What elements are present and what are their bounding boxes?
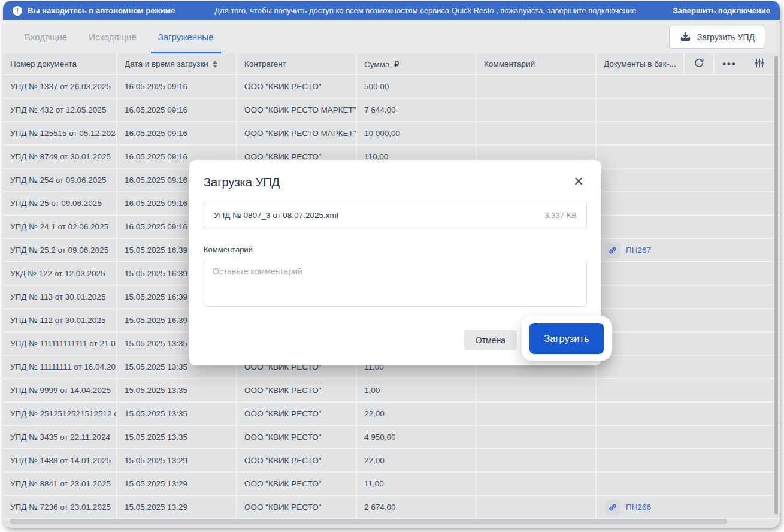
cell-document-number: УПД № 432 от 12.05.2025: [3, 99, 117, 121]
sort-arrows-icon[interactable]: [213, 61, 217, 68]
cell-counterparty: ООО "КВИК РЕСТО": [237, 403, 357, 425]
table-row[interactable]: УПД № 8841 от 23.01.2025 15.05.2025 13:2…: [3, 473, 780, 496]
cell-comment: [477, 473, 597, 495]
more-actions-button[interactable]: •••: [715, 53, 744, 74]
chain-link-icon[interactable]: [605, 243, 620, 258]
modal-title: Загрузка УПД: [204, 174, 587, 190]
cell-amount: 500,00: [357, 75, 477, 98]
cell-amount: 10 000,00: [357, 122, 477, 144]
cell-backoffice-doc: [597, 473, 780, 495]
cell-backoffice-doc: [597, 379, 780, 401]
cell-document-number: УПД № 112 от 30.01.2025: [3, 309, 117, 331]
column-header-counterparty[interactable]: Контрагент: [237, 53, 357, 74]
table-row[interactable]: УПД № 432 от 12.05.2025 16.05.2025 09:16…: [3, 99, 780, 122]
cell-document-number: УПД № 8841 от 23.01.2025: [3, 473, 117, 495]
cell-backoffice-doc: ПН266: [597, 496, 780, 518]
table-row[interactable]: УПД № 7236 от 23.01.2025 15.05.2025 13:2…: [3, 496, 780, 519]
offline-status-text: Вы находитесь в автономном режиме: [28, 6, 175, 15]
cell-document-number: УПД № 1337 от 26.03.2025: [3, 75, 117, 98]
table-row[interactable]: УПД № 1337 от 26.03.2025 16.05.2025 09:1…: [3, 75, 780, 99]
file-size: 3.337 KB: [545, 211, 577, 220]
tab-1[interactable]: Исходящие: [81, 20, 144, 53]
submit-upload-button[interactable]: Загрузить: [529, 323, 604, 354]
header-actions: •••: [685, 53, 780, 74]
cancel-button[interactable]: Отмена: [464, 330, 517, 350]
table-row[interactable]: УПД № 125515 от 05.12.2024 16.05.2025 09…: [3, 122, 780, 146]
upload-upd-button[interactable]: Загрузить УПД: [669, 26, 765, 49]
column-header-number[interactable]: Номер документа: [3, 53, 117, 74]
horizontal-scrollbar-thumb[interactable]: [10, 519, 727, 524]
vertical-scrollbar-thumb[interactable]: [774, 56, 778, 515]
ellipsis-icon: •••: [722, 59, 737, 69]
cell-backoffice-doc: [597, 122, 780, 144]
cell-document-number: УПД № 7236 от 23.01.2025: [3, 496, 117, 518]
close-icon[interactable]: ✕: [571, 174, 586, 189]
tab-0[interactable]: Входящие: [17, 20, 74, 53]
tab-2[interactable]: Загруженные: [151, 20, 221, 53]
cell-counterparty: ООО "КВИК РЕСТО МАРКЕТ": [237, 122, 357, 144]
cell-comment: [477, 379, 597, 401]
cell-document-number: УПД № 3435 от 22.11.2024: [3, 426, 117, 448]
cell-counterparty: ООО "КВИК РЕСТО": [237, 426, 357, 448]
tabs-bar: Входящие Исходящие Загруженные Загрузить…: [3, 20, 780, 53]
table-row[interactable]: УПД № 1488 от 14.01.2025 15.05.2025 13:2…: [3, 449, 780, 473]
column-header-amount[interactable]: Сумма, ₽: [357, 53, 477, 74]
table-row[interactable]: УПД № 3435 от 22.11.2024 15.05.2025 13:3…: [3, 426, 780, 449]
finish-connection-button[interactable]: Завершить подключение: [673, 6, 770, 15]
cell-uploaded-at: 16.05.2025 09:16: [117, 99, 237, 121]
cell-document-number: УПД № 24.1 от 02.06.2025: [3, 216, 117, 238]
cell-comment: [477, 426, 597, 448]
cell-amount: 1,00: [357, 379, 477, 401]
cell-backoffice-doc: [597, 426, 780, 448]
table-row[interactable]: УПД № 9999 от 14.04.2025 15.05.2025 13:3…: [3, 379, 780, 403]
cell-counterparty: ООО "КВИК РЕСТО": [237, 473, 357, 495]
column-settings-button[interactable]: [744, 53, 774, 74]
cell-document-number: УПД № 254 от 09.06.2025: [3, 169, 117, 191]
cell-backoffice-doc: ПН267: [597, 239, 780, 261]
cell-counterparty: ООО "КВИК РЕСТО МАРКЕТ": [237, 99, 357, 121]
cell-comment: [477, 449, 597, 471]
cell-document-number: УПД № 25 от 09.06.2025: [3, 192, 117, 214]
cell-document-number: УПД № 113 от 30.01.2025: [3, 286, 117, 308]
cell-backoffice-doc: [597, 146, 780, 168]
chain-link-icon[interactable]: [605, 500, 620, 515]
cell-backoffice-doc: [597, 356, 780, 378]
cell-amount: 2 674,00: [357, 496, 477, 518]
cell-counterparty: ООО "КВИК РЕСТО": [237, 379, 357, 401]
backoffice-doc-link[interactable]: ПН267: [626, 246, 651, 255]
column-header-uploaded-at[interactable]: Дата и время загрузки: [117, 53, 237, 74]
column-header-comment[interactable]: Комментарий: [477, 53, 597, 74]
cell-amount: 22,00: [357, 403, 477, 425]
cell-uploaded-at: 15.05.2025 13:29: [117, 449, 237, 471]
cell-document-number: УПД № 9999 от 14.04.2025: [3, 379, 117, 401]
cell-counterparty: ООО "КВИК РЕСТО": [237, 449, 357, 471]
backoffice-doc-link[interactable]: ПН266: [626, 503, 651, 512]
cell-document-number: УПД № 8749 от 30.01.2025: [3, 146, 117, 168]
comment-input[interactable]: [204, 259, 587, 307]
cell-backoffice-doc: [597, 192, 780, 214]
table-header: Номер документа Дата и время загрузки Ко…: [3, 53, 780, 75]
column-header-backoffice-docs[interactable]: Документы в бэк-...: [597, 53, 685, 74]
cell-amount: 11,00: [357, 473, 477, 495]
offline-status: ! Вы находитесь в автономном режиме: [13, 6, 192, 16]
cell-document-number: УПД № 125515 от 05.12.2024: [3, 122, 117, 144]
cell-document-number: УПД № 1488 от 14.01.2025: [3, 449, 117, 471]
cell-uploaded-at: 15.05.2025 13:29: [117, 473, 237, 495]
exclamation-circle-icon: !: [13, 6, 22, 16]
cell-amount: 22,00: [357, 449, 477, 471]
upload-upd-button-label: Загрузить УПД: [697, 32, 755, 42]
cell-uploaded-at: 15.05.2025 13:29: [117, 496, 237, 518]
submit-button-highlight: Загрузить: [522, 316, 612, 361]
cell-document-number: УПД № 111111111111 от 21.0…: [3, 332, 117, 355]
cell-backoffice-doc: [597, 216, 780, 238]
tabs: Входящие Исходящие Загруженные: [17, 20, 228, 53]
cell-uploaded-at: 15.05.2025 13:35: [117, 426, 237, 448]
selected-file-row: УПД № 0807_3 от 08.07.2025.xml 3.337 KB: [204, 201, 587, 229]
refresh-button[interactable]: [685, 53, 715, 74]
cell-backoffice-doc: [597, 332, 780, 355]
refresh-icon: [693, 57, 705, 71]
sliders-icon: [753, 57, 765, 71]
table-row[interactable]: УПД № 2512512521512512 от… 15.05.2025 13…: [3, 403, 780, 426]
cell-backoffice-doc: [597, 449, 780, 471]
cell-document-number: УПД № 25.2 от 09.06.2025: [3, 239, 117, 261]
